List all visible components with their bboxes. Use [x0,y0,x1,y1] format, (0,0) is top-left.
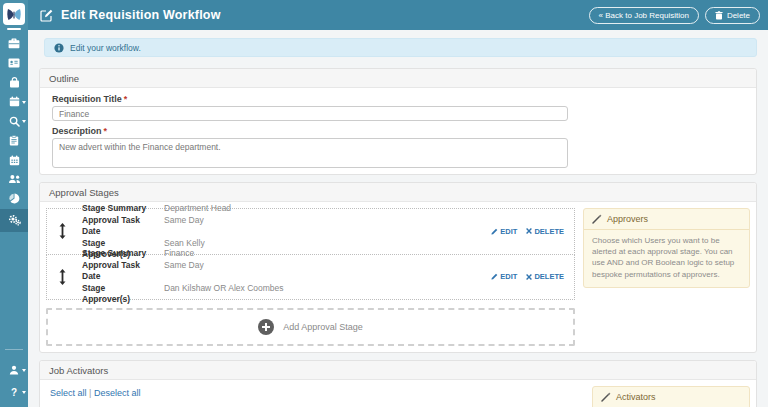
activators-callout: Activators [592,386,750,407]
pie-chart-icon [9,193,20,204]
deselect-all-link[interactable]: Deselect all [94,388,141,398]
logo-underline [7,28,21,30]
approval-stage-row: Stage SummaryFinance Approval Task DateS… [46,254,575,301]
stage-summary-label: Stage Summary [82,248,150,259]
sidebar-item-reports[interactable] [0,189,28,208]
chevron-down-icon [22,369,26,372]
required-marker: * [104,126,108,136]
sidebar-help-menu[interactable]: ? [0,381,28,403]
users-icon [8,174,21,184]
info-alert-text: Edit your workflow. [70,43,141,53]
drag-handle-icon[interactable] [57,223,67,239]
sidebar-item-jobs[interactable] [0,34,28,53]
approvers-callout-title: Approvers [607,214,648,224]
select-links: Select all | Deselect all [50,388,584,398]
calendar-icon [9,155,20,166]
delete-button[interactable]: Delete [705,7,760,24]
add-approval-stage-label: Add Approval Stage [283,322,363,332]
x-icon [526,228,532,234]
butterfly-icon [6,8,22,21]
approval-stages-panel-title: Approval Stages [40,183,756,202]
sidebar-item-talent-bank[interactable] [0,73,28,92]
sidebar-item-search[interactable] [0,112,28,131]
briefcase-icon [8,38,20,49]
links-separator: | [89,388,91,398]
user-icon [9,365,19,375]
info-icon [54,43,64,53]
stage-summary-value: Finance [164,248,194,259]
sidebar-divider [5,349,23,350]
stage-summary-label: Stage Summary [82,203,150,214]
required-marker: * [124,94,128,104]
app-logo[interactable] [3,3,25,25]
bag-icon [9,77,20,88]
cogs-icon [8,214,21,226]
id-card-icon [8,58,20,68]
back-to-job-requisition-button[interactable]: « Back to Job Requisition [589,7,699,24]
sidebar-item-events[interactable] [0,92,28,111]
chevron-down-icon [22,391,26,394]
wand-icon [601,392,611,402]
description-label: Description * [52,126,744,136]
sidebar-user-menu[interactable] [0,359,28,381]
clipboard-icon [9,135,19,146]
page-header: Edit Requisition Workflow « Back to Job … [28,0,768,30]
page-title: Edit Requisition Workflow [61,8,221,22]
trash-icon [715,11,723,20]
description-textarea[interactable]: New advert within the Finance department… [52,138,568,168]
approval-stages-panel: Approval Stages Stage SummaryDepartment … [39,182,757,353]
sidebar-item-settings[interactable] [0,209,28,232]
sidebar-item-tasks[interactable] [0,131,28,150]
sidebar-item-candidates[interactable] [0,53,28,72]
wand-icon [592,214,602,224]
stage-summary-value: Department Head [164,203,231,214]
help-icon: ? [11,387,17,398]
delete-button-label: Delete [727,11,750,20]
requisition-title-input[interactable] [52,106,568,121]
job-activators-panel-title: Job Activators [40,361,756,380]
approval-task-date-label: Approval Task Date [82,215,150,237]
pencil-icon [491,228,498,235]
x-icon [526,274,532,280]
sidebar: ? [0,0,28,407]
back-button-label: « Back to Job Requisition [599,11,689,20]
approval-task-date-value: Same Day [164,260,204,282]
approval-task-date-value: Same Day [164,215,204,237]
requisition-title-label: Requisition Title * [52,94,744,104]
calendar-dropdown-icon [9,96,20,107]
stage-delete-link[interactable]: DELETE [526,272,564,281]
approvers-callout: Approvers Choose which Users you want to… [583,208,750,288]
pencil-icon [491,273,498,280]
stage-approvers-value: Dan Kilshaw OR Alex Coombes [164,283,284,305]
approvers-callout-body: Choose which Users you want to be alerte… [584,230,749,287]
search-dropdown-icon [9,116,20,127]
drag-handle-icon[interactable] [57,269,67,285]
sidebar-item-calendar[interactable] [0,150,28,169]
stage-edit-link[interactable]: EDIT [491,272,517,281]
stage-approvers-label: Stage Approver(s) [82,283,150,305]
chevron-down-icon [22,101,26,104]
outline-panel-title: Outline [40,69,756,88]
info-alert: Edit your workflow. [44,38,757,57]
plus-icon [258,319,274,335]
add-approval-stage-button[interactable]: Add Approval Stage [46,308,575,346]
approval-task-date-label: Approval Task Date [82,260,150,282]
outline-panel: Outline Requisition Title * Description … [39,68,757,175]
chevron-down-icon [22,120,26,123]
main-content: Edit your workflow. Outline Requisition … [28,30,768,407]
stage-edit-link[interactable]: EDIT [491,227,517,236]
sidebar-item-users[interactable] [0,170,28,189]
job-activators-panel: Job Activators Select all | Deselect all… [39,360,757,407]
activators-callout-title: Activators [616,392,656,402]
stage-delete-link[interactable]: DELETE [526,227,564,236]
edit-icon [40,9,53,22]
select-all-link[interactable]: Select all [50,388,87,398]
